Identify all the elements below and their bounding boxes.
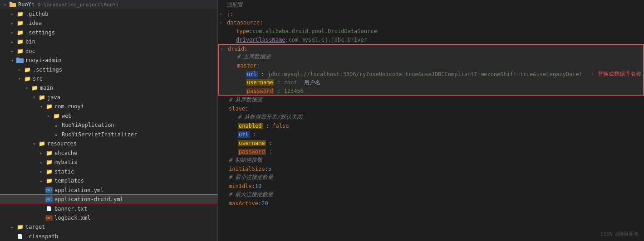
maxactive-val: 20	[261, 200, 268, 207]
tree-item-java[interactable]: 📁 java	[0, 93, 217, 102]
tree-label-com-ruoyi: com.ruoyi	[54, 103, 84, 110]
tree-item-web[interactable]: 📁 web	[0, 111, 217, 120]
tree-item-ruoyiservlet[interactable]: ☕ RuoYiServletInitializer	[0, 130, 217, 139]
code-line-initialsize: initialSize : 5	[218, 164, 644, 173]
tree-item-src[interactable]: 📁 src	[0, 74, 217, 83]
slave-url-indent: url :	[238, 131, 256, 138]
code-line-maxactive-comment: # 最大连接池数量	[218, 190, 644, 199]
minidle-key: minIdle	[229, 183, 252, 189]
gutter-druid: ▸	[221, 46, 226, 51]
code-line-1: ▸ j:	[218, 10, 644, 18]
arrow-settings-root	[11, 30, 16, 35]
tree-label-settings-root: .settings	[25, 29, 55, 36]
tree-label-web: web	[62, 113, 72, 119]
arrow-ruoyi	[4, 2, 9, 7]
line-3-key: type	[236, 28, 249, 34]
maxactive-comment: # 最大连接池数量	[229, 191, 273, 198]
tree-item-settings-admin[interactable]: 📁 .settings	[0, 65, 217, 74]
tree-item-idea[interactable]: 📁 .idea	[0, 19, 217, 28]
code-line-maxactive: maxActive : 20	[218, 199, 644, 207]
tree-label-templates: templates	[54, 178, 84, 184]
tree-item-com-ruoyi[interactable]: 📁 com.ruoyi	[0, 102, 217, 111]
password-key: password	[246, 88, 274, 94]
svg-rect-2	[16, 58, 24, 63]
password-val: 123456	[284, 88, 303, 94]
url-annotation: ← 替换成数据库名称	[591, 70, 641, 78]
tree-label-application-yml: application.yml	[54, 187, 103, 193]
tree-item-ehcache[interactable]: 📁 ehcache	[0, 149, 217, 158]
folder-icon-ruoyi	[9, 1, 16, 8]
slave-username-key: username	[238, 140, 266, 146]
file-icon-banner-txt: 📄	[45, 206, 53, 212]
initialsize-key: initialSize	[229, 166, 265, 172]
tree-item-ruoyiapp[interactable]: ☕ RuoYiApplication	[0, 120, 217, 130]
tree-item-ruoyi[interactable]: RuoYi D:\Graduation_project\RuoYi	[0, 0, 217, 9]
tree-item-templates[interactable]: 📁 templates	[0, 176, 217, 185]
folder-icon-src: 📁	[24, 76, 31, 82]
line-1-colon: :	[230, 11, 233, 17]
tree-label-static: static	[54, 169, 74, 175]
editor-content: 源配置 ▸ j: ▸ datasource: type: com.alibaba…	[218, 0, 644, 241]
tree-label-ehcache: ehcache	[54, 150, 78, 156]
folder-icon-settings-admin: 📁	[24, 67, 31, 73]
tree-item-classpath[interactable]: 📄 .classpath	[0, 232, 217, 241]
tree-item-main[interactable]: 📁 main	[0, 83, 217, 92]
tree-item-github[interactable]: 📁 .github	[0, 9, 217, 18]
file-icon-classpath: 📄	[16, 233, 24, 240]
arrow-target	[11, 225, 16, 230]
code-line-slave-header: # 从库数据源	[218, 96, 644, 104]
tree-item-mybatis[interactable]: 📁 mybatis	[0, 158, 217, 167]
arrow-idea	[11, 21, 16, 26]
tree-label-src: src	[33, 76, 43, 82]
code-line-init-comment: # 初始连接数	[218, 156, 644, 164]
arrow-bin	[11, 39, 16, 44]
slave-username-indent: username :	[238, 140, 272, 146]
svg-rect-1	[10, 2, 12, 4]
tree-item-settings-root[interactable]: 📁 .settings	[0, 28, 217, 37]
arrow-com-ruoyi	[40, 104, 45, 109]
tree-label-ruoyiservlet: RuoYiServletInitializer	[62, 131, 137, 138]
tree-item-ruoyi-admin[interactable]: ruoyi-admin	[0, 56, 217, 65]
tree-item-target[interactable]: 📁 target	[0, 222, 217, 231]
tree-item-bin[interactable]: 📁 bin	[0, 37, 217, 46]
line-3-val: com.alibaba.druid.pool.DruidDataSource	[252, 28, 377, 34]
folder-icon-bin: 📁	[16, 39, 24, 45]
enabled-val: false	[272, 123, 289, 129]
arrow-static	[40, 169, 45, 174]
url-val: jdbc:mysql://localhost:3306/ry?useUnicod…	[267, 71, 582, 77]
username-key: username	[246, 79, 274, 86]
slave-url-key: url	[238, 131, 250, 138]
code-line-username: username : root 用户名	[218, 78, 644, 87]
arrow-settings-admin	[18, 67, 24, 72]
druid-key: druid	[228, 46, 244, 52]
folder-icon-templates: 📁	[45, 178, 53, 184]
minidle-val: 10	[255, 183, 261, 189]
tree-item-logback-xml[interactable]: xml logback.xml	[0, 213, 217, 222]
line-1-key: j	[227, 11, 230, 17]
arrow-mybatis	[40, 160, 45, 165]
tree-item-resources[interactable]: 📁 resources	[0, 139, 217, 148]
tree-path-ruoyi: D:\Graduation_project\RuoYi	[34, 2, 118, 8]
code-line-url: url : jdbc:mysql://localhost:3306/ry?use…	[218, 70, 644, 78]
folder-icon-static: 📁	[45, 169, 53, 175]
code-line-minidle-comment: # 最小连接池数量	[218, 173, 644, 182]
code-line-master-comment: # 主库数据源	[218, 53, 644, 61]
tree-item-application-yml[interactable]: yml application.yml	[0, 185, 217, 194]
slave-header-comment: # 从库数据源	[229, 96, 262, 104]
tree-item-doc[interactable]: 📁 doc	[0, 46, 217, 55]
tree-item-static[interactable]: 📁 static	[0, 167, 217, 176]
arrow-src	[18, 76, 24, 81]
username-indent: username : root 用户名	[246, 79, 320, 87]
file-icon-ruoyiservlet: ☕	[53, 131, 60, 138]
tree-label-ruoyi: RuoYi	[18, 1, 34, 8]
slave-comment: # 从数据源开关/默认关闭	[238, 113, 302, 121]
master-key: master	[237, 63, 256, 69]
code-line-2: ▸ datasource:	[218, 18, 644, 27]
arrow-web	[47, 113, 53, 118]
code-line-master: master:	[218, 61, 644, 70]
tree-item-application-druid-yml[interactable]: yml application-druid.yml	[0, 195, 217, 204]
tree-label-ruoyi-admin: ruoyi-admin	[25, 57, 61, 63]
tree-item-banner-txt[interactable]: 📄 banner.txt	[0, 204, 217, 213]
line-4-val: com.mysql.cj.jdbc.Driver	[289, 37, 367, 43]
folder-icon-com-ruoyi: 📁	[45, 103, 53, 110]
